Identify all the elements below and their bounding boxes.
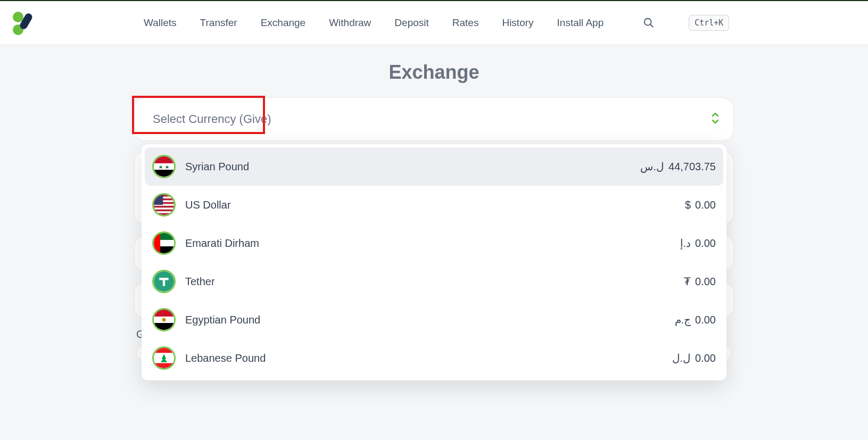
svg-line-4 [650,24,654,28]
currency-option-egyptian-pound[interactable]: Egyptian Pound ج.م0.00 [145,301,723,339]
search-shortcut[interactable]: Ctrl+K [689,15,729,31]
currency-option-value: ل.ل0.00 [672,352,716,364]
svg-rect-30 [154,363,174,369]
nav-rates[interactable]: Rates [452,17,479,29]
nav-history[interactable]: History [502,17,533,29]
svg-rect-16 [154,195,163,205]
currency-option-emarati-dirham[interactable]: Emarati Dirham د.إ0.00 [145,224,723,262]
currency-option-label: US Dollar [185,199,675,211]
currency-option-syrian-pound[interactable]: Syrian Pound ل.س44,703.75 [145,147,723,186]
flag-lebanon-icon [152,346,176,370]
flag-uae-icon [152,231,176,255]
svg-rect-20 [154,233,160,253]
currency-option-value: $0.00 [685,199,716,211]
currency-give-placeholder: Select Currency (Give) [147,109,277,129]
svg-rect-23 [163,278,165,286]
svg-point-27 [162,318,166,322]
currency-dropdown: Syrian Pound ل.س44,703.75 US Dollar $0.0… [142,144,726,380]
nav-withdraw[interactable]: Withdraw [329,17,371,29]
flag-usa-icon [152,193,176,217]
exchange-form: Select Currency (Give) N C Get Syrian Po… [134,97,734,361]
svg-rect-15 [154,211,174,213]
header-bar: Wallets Transfer Exchange Withdraw Depos… [0,1,868,45]
tether-icon [152,270,176,293]
currency-option-lebanese-pound[interactable]: Lebanese Pound ل.ل0.00 [145,339,723,377]
svg-point-0 [13,12,23,22]
nav-deposit[interactable]: Deposit [394,17,428,29]
currency-option-value: ₮0.00 [684,275,716,288]
svg-rect-24 [154,310,174,317]
flag-egypt-icon [152,308,176,331]
currency-option-value: ج.م0.00 [675,313,716,326]
currency-option-label: Lebanese Pound [185,352,663,364]
currency-option-us-dollar[interactable]: US Dollar $0.00 [145,186,723,224]
chevron-updown-icon [710,111,721,127]
app-logo[interactable] [11,10,37,36]
currency-option-value: ل.س44,703.75 [640,160,716,173]
currency-give-select[interactable]: Select Currency (Give) [134,97,734,141]
svg-rect-5 [154,156,174,163]
svg-rect-14 [154,207,174,209]
currency-option-label: Egyptian Pound [185,314,665,326]
page-title: Exchange [0,61,868,84]
svg-rect-26 [154,323,174,330]
svg-rect-28 [154,348,174,353]
main-nav: Wallets Transfer Exchange Withdraw Depos… [144,15,729,31]
search-icon[interactable] [643,17,655,29]
currency-option-label: Emarati Dirham [185,237,671,250]
nav-transfer[interactable]: Transfer [200,17,237,29]
nav-wallets[interactable]: Wallets [144,17,177,29]
currency-option-label: Tether [185,276,674,288]
flag-syria-icon [152,155,176,178]
currency-option-label: Syrian Pound [185,161,631,173]
svg-rect-6 [154,163,174,170]
currency-option-tether[interactable]: Tether ₮0.00 [145,262,723,301]
nav-exchange[interactable]: Exchange [261,17,306,29]
nav-install-app[interactable]: Install App [557,17,604,29]
svg-point-3 [644,19,651,26]
svg-rect-7 [154,170,174,177]
currency-option-value: د.إ0.00 [680,237,716,250]
